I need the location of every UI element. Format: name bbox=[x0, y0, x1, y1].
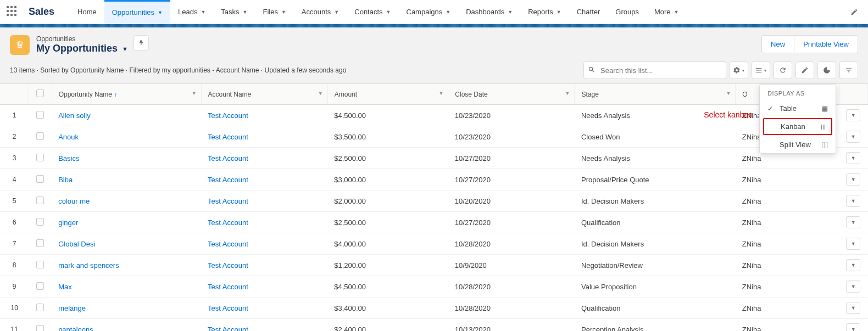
cell-close-date: 10/9/2020 bbox=[448, 255, 575, 276]
nav-tab-files[interactable]: Files▼ bbox=[255, 0, 293, 24]
display-as-button[interactable]: ▼ bbox=[752, 61, 770, 79]
chevron-down-icon[interactable]: ▼ bbox=[243, 9, 248, 15]
account-link[interactable]: Test Account bbox=[208, 197, 248, 205]
row-checkbox[interactable] bbox=[29, 255, 52, 276]
chevron-down-icon[interactable]: ▼ bbox=[158, 10, 163, 15]
row-actions-button[interactable]: ▼ bbox=[846, 259, 860, 271]
opportunity-link[interactable]: Allen solly bbox=[58, 111, 91, 120]
row-actions-button[interactable]: ▼ bbox=[846, 109, 860, 121]
display-option-table[interactable]: ✓Table▦ bbox=[760, 100, 836, 117]
chevron-down-icon[interactable]: ▼ bbox=[557, 9, 561, 15]
nav-tab-tasks[interactable]: Tasks▼ bbox=[213, 0, 255, 24]
col-account-name[interactable]: Account Name▼ bbox=[201, 84, 327, 105]
opportunity-link[interactable]: Anouk bbox=[58, 133, 79, 141]
opportunity-link[interactable]: ginger bbox=[58, 218, 78, 227]
display-option-split-view[interactable]: Split View◫ bbox=[760, 136, 836, 153]
nav-tab-chatter[interactable]: Chatter bbox=[569, 0, 608, 24]
col-opportunity-name[interactable]: Opportunity Name↑▼ bbox=[52, 84, 201, 105]
row-checkbox[interactable] bbox=[29, 233, 52, 255]
row-actions-button[interactable]: ▼ bbox=[846, 216, 860, 228]
refresh-button[interactable] bbox=[774, 61, 792, 79]
chevron-down-icon[interactable]: ▼ bbox=[318, 91, 323, 96]
chevron-down-icon[interactable]: ▼ bbox=[674, 9, 679, 15]
printable-view-button[interactable]: Printable View bbox=[794, 35, 858, 53]
nav-tab-more[interactable]: More▼ bbox=[647, 0, 687, 24]
search-input[interactable] bbox=[583, 61, 726, 79]
row-checkbox[interactable] bbox=[29, 190, 52, 212]
edit-nav-icon[interactable] bbox=[847, 5, 861, 19]
new-button[interactable]: New bbox=[761, 35, 794, 53]
nav-tab-home[interactable]: Home bbox=[70, 0, 104, 24]
row-checkbox[interactable] bbox=[29, 319, 52, 332]
row-actions-button[interactable]: ▼ bbox=[846, 323, 860, 331]
row-checkbox[interactable] bbox=[29, 298, 52, 319]
chevron-down-icon[interactable]: ▼ bbox=[201, 9, 205, 15]
col-close-date[interactable]: Close Date▼ bbox=[448, 84, 575, 105]
cell-amount: $3,000.00 bbox=[327, 169, 448, 190]
chevron-down-icon[interactable]: ▼ bbox=[438, 91, 443, 96]
nav-tab-campaigns[interactable]: Campaigns▼ bbox=[399, 0, 459, 24]
opportunity-icon: ♛ bbox=[10, 35, 30, 55]
list-view-name[interactable]: My Opportunities ▼ bbox=[36, 43, 128, 54]
app-launcher-icon[interactable] bbox=[7, 6, 19, 18]
chevron-down-icon[interactable]: ▼ bbox=[446, 9, 450, 15]
row-actions-button[interactable]: ▼ bbox=[846, 173, 860, 186]
row-number: 10 bbox=[0, 298, 29, 319]
account-link[interactable]: Test Account bbox=[208, 176, 248, 184]
opportunity-link[interactable]: colour me bbox=[58, 197, 90, 205]
col-amount[interactable]: Amount▼ bbox=[327, 84, 448, 105]
app-name: Sales bbox=[29, 6, 54, 18]
row-checkbox[interactable] bbox=[29, 169, 52, 190]
chevron-down-icon[interactable]: ▼ bbox=[386, 9, 391, 15]
chart-button[interactable] bbox=[817, 61, 836, 79]
chevron-down-icon[interactable]: ▼ bbox=[565, 91, 570, 96]
row-actions-button[interactable]: ▼ bbox=[846, 238, 860, 250]
account-link[interactable]: Test Account bbox=[208, 261, 248, 270]
chevron-down-icon[interactable]: ▼ bbox=[281, 9, 286, 15]
row-actions-button[interactable]: ▼ bbox=[846, 152, 860, 164]
opportunity-link[interactable]: Global Desi bbox=[58, 240, 95, 248]
opportunity-link[interactable]: pantaloons bbox=[58, 326, 93, 332]
opportunity-link[interactable]: Biba bbox=[58, 176, 73, 184]
opportunity-link[interactable]: mark and spencers bbox=[58, 261, 119, 270]
opportunity-link[interactable]: Max bbox=[58, 283, 72, 291]
account-link[interactable]: Test Account bbox=[208, 240, 248, 248]
settings-button[interactable]: ▼ bbox=[730, 61, 748, 79]
chevron-down-icon[interactable]: ▼ bbox=[192, 91, 197, 96]
row-checkbox[interactable] bbox=[29, 148, 52, 169]
nav-tab-leads[interactable]: Leads▼ bbox=[170, 0, 213, 24]
edit-button[interactable] bbox=[795, 61, 814, 79]
opportunity-link[interactable]: Basics bbox=[58, 154, 79, 162]
account-link[interactable]: Test Account bbox=[208, 218, 248, 227]
account-link[interactable]: Test Account bbox=[208, 326, 248, 332]
nav-tab-reports[interactable]: Reports▼ bbox=[520, 0, 569, 24]
col-select-all[interactable] bbox=[29, 84, 52, 105]
pin-button[interactable] bbox=[133, 35, 149, 51]
row-actions-button[interactable]: ▼ bbox=[846, 131, 860, 143]
filter-button[interactable] bbox=[839, 61, 858, 79]
display-option-kanban[interactable]: Kanban⫼ bbox=[763, 118, 832, 135]
row-actions-button[interactable]: ▼ bbox=[846, 195, 860, 207]
account-link[interactable]: Test Account bbox=[208, 111, 248, 120]
col-stage[interactable]: Stage▼ bbox=[575, 84, 736, 105]
nav-tab-contacts[interactable]: Contacts▼ bbox=[347, 0, 398, 24]
account-link[interactable]: Test Account bbox=[208, 154, 248, 162]
chevron-down-icon[interactable]: ▼ bbox=[334, 9, 339, 15]
chevron-down-icon[interactable]: ▼ bbox=[508, 9, 513, 15]
row-actions-button[interactable]: ▼ bbox=[846, 302, 860, 314]
nav-tab-groups[interactable]: Groups bbox=[608, 0, 647, 24]
row-checkbox[interactable] bbox=[29, 126, 52, 148]
account-link[interactable]: Test Account bbox=[208, 304, 248, 312]
opportunity-link[interactable]: melange bbox=[58, 304, 86, 312]
opportunity-table: Opportunity Name↑▼ Account Name▼ Amount▼… bbox=[0, 84, 868, 331]
row-checkbox[interactable] bbox=[29, 276, 52, 298]
row-checkbox[interactable] bbox=[29, 105, 52, 126]
chevron-down-icon[interactable]: ▼ bbox=[726, 91, 731, 96]
row-actions-button[interactable]: ▼ bbox=[846, 280, 860, 293]
nav-tab-dashboards[interactable]: Dashboards▼ bbox=[458, 0, 520, 24]
account-link[interactable]: Test Account bbox=[208, 133, 248, 141]
row-checkbox[interactable] bbox=[29, 212, 52, 233]
nav-tab-opportunities[interactable]: Opportunities▼ bbox=[104, 0, 170, 24]
nav-tab-accounts[interactable]: Accounts▼ bbox=[294, 0, 347, 24]
account-link[interactable]: Test Account bbox=[208, 283, 248, 291]
